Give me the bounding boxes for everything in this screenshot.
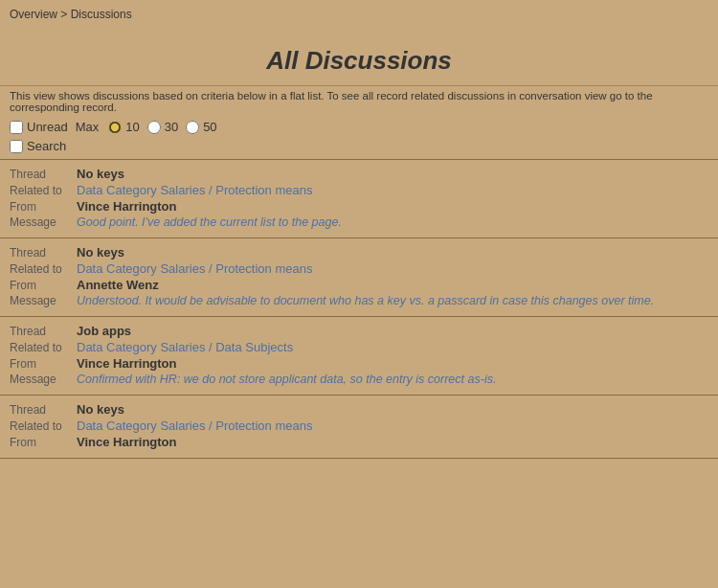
radio-30-text: 30 (165, 120, 178, 134)
discussion-2-thread-label: Thread (10, 325, 77, 338)
radio-10-text: 10 (125, 120, 139, 134)
discussion-3-related-to-value[interactable]: Data Category Salaries / Protection mean… (77, 418, 312, 433)
discussion-0-message-row: MessageGood point. I've added the curren… (10, 215, 708, 230)
discussion-0-message-value: Good point. I've added the current list … (77, 215, 342, 229)
radio-50-label[interactable]: 50 (186, 120, 216, 134)
discussion-0-from-row: FromVince Harrington (10, 198, 708, 215)
radio-10[interactable] (108, 121, 122, 134)
discussion-1-from-label: From (10, 279, 77, 292)
radio-30-label[interactable]: 30 (147, 120, 178, 134)
search-checkbox-label[interactable]: Search (10, 139, 66, 153)
discussion-2-from-row: FromVince Harrington (10, 355, 708, 372)
breadcrumb: Overview > Discussions (0, 0, 718, 29)
discussion-0-message-label: Message (10, 215, 77, 229)
discussion-2-related-to-label: Related to (10, 341, 77, 354)
radio-50-text: 50 (203, 120, 216, 134)
discussions-container: ThreadNo keysRelated toData Category Sal… (0, 160, 718, 459)
discussion-block-2: ThreadJob appsRelated toData Category Sa… (0, 317, 718, 396)
discussion-1-related-to-row: Related toData Category Salaries / Prote… (10, 260, 708, 277)
discussion-0-thread-label: Thread (10, 168, 77, 181)
info-text: This view shows discussions based on cri… (10, 90, 653, 113)
discussion-1-message-row: MessageUnderstood. It would be advisable… (10, 293, 708, 308)
discussion-1-from-value: Annette Wenz (77, 278, 159, 292)
discussion-0-related-to-label: Related to (10, 184, 77, 197)
discussion-1-related-to-value[interactable]: Data Category Salaries / Protection mean… (77, 261, 312, 276)
discussion-2-message-label: Message (10, 373, 77, 386)
controls-row: Unread Max 10 30 50 (0, 115, 718, 136)
discussion-2-from-label: From (10, 357, 77, 371)
unread-checkbox-label[interactable]: Unread (10, 120, 68, 134)
discussion-3-from-value: Vince Harrington (77, 435, 177, 449)
page-title: All Discussions (0, 46, 718, 76)
discussion-2-from-value: Vince Harrington (77, 356, 177, 371)
discussion-3-related-to-row: Related toData Category Salaries / Prote… (10, 418, 708, 434)
discussion-2-message-row: MessageConfirmed with HR: we do not stor… (10, 372, 708, 387)
discussion-3-thread-row: ThreadNo keys (10, 401, 708, 418)
search-row: Search (0, 136, 718, 159)
discussion-2-related-to-value[interactable]: Data Category Salaries / Data Subjects (77, 340, 293, 354)
discussion-2-message-value: Confirmed with HR: we do not store appli… (77, 373, 496, 386)
discussion-block-3: ThreadNo keysRelated toData Category Sal… (0, 396, 718, 459)
discussion-1-thread-row: ThreadNo keys (10, 244, 708, 260)
discussion-block-0: ThreadNo keysRelated toData Category Sal… (0, 160, 718, 238)
search-checkbox[interactable] (10, 140, 23, 153)
radio-50[interactable] (186, 121, 199, 134)
radio-10-label[interactable]: 10 (108, 120, 139, 134)
discussion-3-from-row: FromVince Harrington (10, 434, 708, 450)
discussion-3-from-label: From (10, 436, 77, 449)
discussion-1-thread-label: Thread (10, 246, 77, 260)
search-label: Search (27, 139, 66, 153)
unread-checkbox[interactable] (10, 121, 23, 134)
info-bar: This view shows discussions based on cri… (0, 85, 718, 115)
discussion-1-related-to-label: Related to (10, 262, 77, 276)
discussion-2-thread-row: ThreadJob apps (10, 323, 708, 339)
discussion-0-thread-value: No keys (77, 167, 124, 181)
discussion-1-message-label: Message (10, 294, 77, 307)
discussion-3-thread-value: No keys (77, 402, 124, 417)
discussion-1-from-row: FromAnnette Wenz (10, 277, 708, 293)
breadcrumb-text: Overview > Discussions (10, 8, 132, 21)
discussion-0-from-value: Vince Harrington (77, 199, 177, 214)
page-title-section: All Discussions (0, 29, 718, 85)
discussion-1-message-value: Understood. It would be advisable to doc… (77, 294, 654, 307)
discussion-0-from-label: From (10, 200, 77, 214)
discussion-block-1: ThreadNo keysRelated toData Category Sal… (0, 238, 718, 317)
discussion-0-related-to-row: Related toData Category Salaries / Prote… (10, 182, 708, 198)
unread-label: Unread (27, 120, 68, 134)
discussion-0-thread-row: ThreadNo keys (10, 166, 708, 182)
max-label: Max (76, 120, 100, 134)
discussion-3-thread-label: Thread (10, 403, 77, 417)
radio-30[interactable] (147, 121, 161, 134)
discussion-2-related-to-row: Related toData Category Salaries / Data … (10, 339, 708, 355)
discussion-0-related-to-value[interactable]: Data Category Salaries / Protection mean… (77, 183, 312, 197)
discussion-1-thread-value: No keys (77, 245, 124, 260)
discussion-3-related-to-label: Related to (10, 419, 77, 433)
discussion-2-thread-value: Job apps (77, 324, 131, 338)
